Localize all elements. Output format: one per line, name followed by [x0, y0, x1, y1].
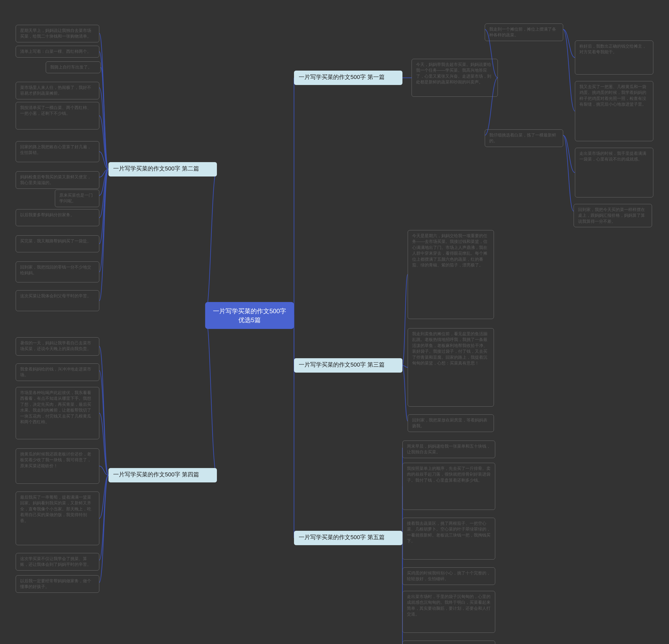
leaf-p2-5[interactable]: 回家的路上我把账在心里算了好几遍，生怕算错。	[16, 141, 99, 162]
leaf-p2-8[interactable]: 以后我要多帮妈妈分担家务。	[16, 209, 99, 226]
branch-label: 一片写学买菜的作文500字 第一篇	[299, 74, 385, 80]
branch-label: 一片写学买菜的作文500字 第二篇	[113, 165, 199, 172]
leaf-p3-0[interactable]: 今天是星期六，妈妈交给我一项重要的任务——去市场买菜。我接过钱和菜篮，信心满满地…	[408, 230, 494, 319]
leaf-p5-2[interactable]: 接着我去蔬菜区，挑了两根茄子、一把空心菜、几根胡萝卜。空心菜的叶子翠绿翠绿的，一…	[402, 518, 495, 560]
leaf-p1-1[interactable]: 我走到一个摊位前，摊位上摆满了各种各样的蔬菜。	[485, 24, 563, 41]
connector-layer	[0, 0, 669, 644]
leaf-p2-2[interactable]: 我骑上自行车出发了。	[46, 61, 101, 73]
leaf-p3-1[interactable]: 我走到卖鱼的摊位前，看见盆里的鱼活蹦乱跳。老板热情地招呼我，我挑了一条最活泼的草…	[408, 328, 494, 407]
leaf-p5-3[interactable]: 买鸡蛋的时候我特别小心，挑了十个完整的，轻轻放好，生怕碰碎。	[402, 568, 495, 585]
leaf-p1-sub-3[interactable]: 回到家，我把今天买的菜一样样摆在桌上，跟妈妈汇报价格，妈妈算了算说我算得一分不差…	[574, 204, 652, 227]
leaf-p2-4[interactable]: 我按清单买了一棵白菜、两个西红柿、一把小葱，还剩下不少钱。	[16, 102, 99, 129]
leaf-p4-1[interactable]: 我拿着妈妈给的钱，兴冲冲地走进菜市场。	[16, 363, 99, 381]
leaf-p2-11[interactable]: 这次买菜让我体会到父母平时的辛苦。	[16, 290, 99, 311]
leaf-p5-0[interactable]: 周末早晨，妈妈递给我一张菜单和五十块钱，让我独自去买菜。	[402, 440, 495, 458]
branch-essay-5[interactable]: 一片写学买菜的作文500字 第五篇	[294, 531, 402, 545]
branch-label: 一片写学买菜的作文500字 第五篇	[299, 534, 385, 541]
leaf-p1-0[interactable]: 今天，妈妈带我去超市买菜。妈妈说要给我一个任务——学买菜。我高兴地答应了，心里又…	[412, 59, 498, 97]
branch-label: 一片写学买菜的作文500字 第三篇	[299, 361, 385, 368]
leaf-p1-sub-2[interactable]: 走出菜市场的时候，我手里提着满满一袋菜，心里有说不出的成就感。	[575, 148, 653, 197]
branch-label: 一片写学买菜的作文500字 第四篇	[113, 471, 199, 478]
leaf-p1-2[interactable]: 我仔细挑选着白菜，拣了一棵最新鲜的。	[485, 129, 563, 147]
leaf-p5-4[interactable]: 走出菜市场时，手里的袋子沉甸甸的，心里的成就感也沉甸甸的。我终于明白，买菜看起来…	[402, 591, 495, 633]
root-node[interactable]: 一片写学买菜的作文500字优选5篇	[205, 302, 294, 329]
branch-essay-3[interactable]: 一片写学买菜的作文500字 第三篇	[294, 358, 402, 373]
leaf-p2-6[interactable]: 妈妈检查后夸我买的菜又新鲜又便宜，我心里美滋滋的。	[16, 171, 99, 189]
leaf-p2-0[interactable]: 星期天早上，妈妈说让我独自去菜市场买菜，给我二十块钱和一张购物清单。	[16, 25, 99, 42]
root-label: 一片写学买菜的作文500字优选5篇	[213, 308, 286, 323]
leaf-p4-6[interactable]: 以后我一定要经常帮妈妈做家务，做个懂事的好孩子。	[16, 575, 99, 593]
leaf-p4-5[interactable]: 这次学买菜不仅让我学会了挑菜、算账，还让我体会到了妈妈平时的辛苦。	[16, 553, 99, 571]
leaf-p4-0[interactable]: 暑假的一天，妈妈让我学着自己去菜市场买菜，还说今天晚上的菜由我负责。	[16, 337, 99, 355]
leaf-p5-1[interactable]: 我按照菜单上的顺序，先去买了一斤排骨。卖肉的叔叔手起刀落，很快就把排骨剁好装进袋…	[402, 463, 495, 510]
leaf-p2-9[interactable]: 买完菜，我又顺路帮妈妈买了一袋盐。	[16, 235, 99, 252]
branch-essay-1[interactable]: 一片写学买菜的作文500字 第一篇	[294, 71, 402, 85]
branch-essay-4[interactable]: 一片写学买菜的作文500字 第四篇	[109, 468, 217, 482]
leaf-p2-3[interactable]: 菜市场里人来人往，热闹极了，我好不容易才挤到蔬菜摊前。	[16, 82, 99, 99]
leaf-p2-1[interactable]: 清单上写着：白菜一棵、西红柿两个。	[16, 46, 99, 57]
leaf-p4-3[interactable]: 挑黄瓜的时候我还跟老板讨价还价，老板笑着少收了我一块钱，我可得意了，原来买菜还能…	[16, 448, 99, 484]
leaf-p5-5[interactable]: 以后我还想学做菜，这样就能给爸爸妈妈做饭了。	[402, 641, 495, 644]
leaf-p2-7[interactable]: 原来买菜也是一门学问呢。	[55, 190, 99, 207]
leaf-p1-sub-1[interactable]: 我又去买了一把葱、几根黄瓜和一袋鸡蛋。挑鸡蛋的时候，我学着妈妈的样子把鸡蛋对着光…	[575, 81, 653, 141]
mindmap-canvas: 一片写学买菜的作文500字优选5篇 一片写学买菜的作文500字 第一篇 一片写学…	[0, 0, 669, 644]
branch-essay-2[interactable]: 一片写学买菜的作文500字 第二篇	[109, 162, 217, 177]
leaf-p2-10[interactable]: 回到家，我把找回的零钱一分不少地交给妈妈。	[16, 262, 99, 282]
leaf-p4-4[interactable]: 最后我买了一串葡萄，提着满满一篮菜回家。妈妈看到我买的菜，又新鲜又齐全，直夸我像…	[16, 492, 99, 545]
leaf-p1-sub-0[interactable]: 称好后，我数出正确的钱交给摊主，对方笑着夸我能干。	[575, 41, 653, 74]
leaf-p4-2[interactable]: 市场里各种吆喝声此起彼伏，我东看看西看看，有点不知道从哪里下手。我想了想，决定先…	[16, 387, 99, 439]
leaf-p3-2[interactable]: 回到家，我把菜放在厨房里，等着妈妈表扬我。	[408, 415, 494, 432]
